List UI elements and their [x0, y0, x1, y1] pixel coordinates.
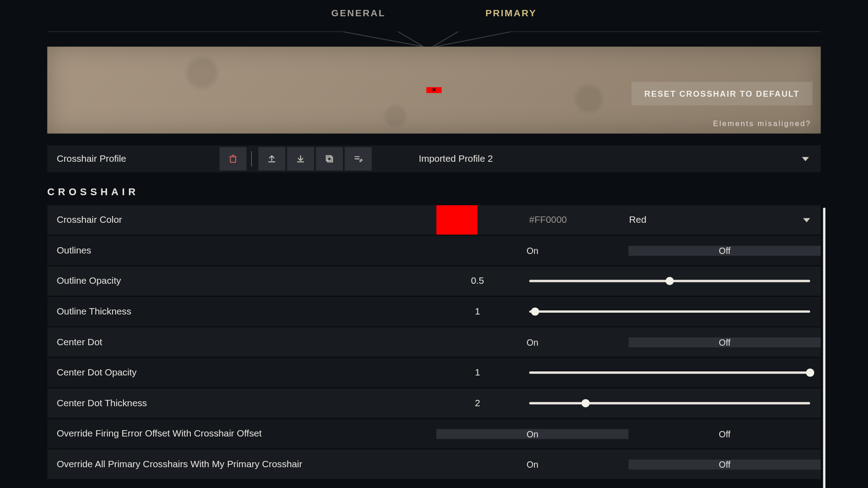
trash-icon: [228, 154, 238, 164]
label-center-dot: Center Dot: [47, 337, 437, 347]
row-outlines: Outlines On Off: [47, 236, 821, 265]
outlines-on[interactable]: On: [436, 245, 628, 255]
tab-primary[interactable]: PRIMARY: [486, 8, 537, 18]
label-center-dot-thickness: Center Dot Thickness: [47, 398, 437, 408]
override-firing-on[interactable]: On: [436, 429, 628, 439]
chevron-down-icon: [802, 157, 809, 161]
outline-opacity-slider[interactable]: [519, 280, 821, 282]
color-swatch[interactable]: [436, 205, 477, 235]
center-dot-on[interactable]: On: [436, 337, 628, 347]
row-outline-thickness: Outline Thickness 1: [47, 297, 821, 326]
row-center-dot-opacity: Center Dot Opacity 1: [47, 358, 821, 387]
settings-scrollbar[interactable]: [823, 207, 826, 488]
label-outline-opacity: Outline Opacity: [47, 276, 437, 286]
outline-thickness-slider[interactable]: [519, 310, 821, 313]
center-dot-thickness-slider[interactable]: [519, 402, 821, 404]
override-firing-off[interactable]: Off: [628, 429, 821, 439]
outlines-off[interactable]: Off: [628, 245, 821, 255]
crosshair-profile-label: Crosshair Profile: [47, 145, 218, 173]
edit-list-icon: [352, 154, 364, 164]
copy-icon: [324, 154, 335, 164]
row-center-dot: Center Dot On Off: [47, 328, 821, 357]
row-override-all: Override All Primary Crosshairs With My …: [47, 450, 821, 479]
reset-crosshair-button[interactable]: RESET CROSSHAIR TO DEFAULT: [632, 82, 812, 105]
delete-profile-button[interactable]: [220, 147, 247, 171]
row-center-dot-thickness: Center Dot Thickness 2: [47, 389, 821, 418]
override-all-off[interactable]: Off: [628, 459, 821, 469]
center-dot-opacity-slider[interactable]: [519, 371, 821, 374]
label-outlines: Outlines: [47, 245, 437, 256]
elements-misaligned-link[interactable]: Elements misaligned?: [713, 119, 811, 127]
center-dot-off[interactable]: Off: [628, 337, 821, 347]
color-hex-input[interactable]: #FF0000: [477, 215, 618, 225]
outline-opacity-value: 0.5: [436, 276, 519, 286]
import-profile-button[interactable]: [287, 147, 314, 171]
override-all-on[interactable]: On: [436, 459, 628, 469]
row-override-firing: Override Firing Error Offset With Crossh…: [47, 419, 821, 448]
row-crosshair-color: Crosshair Color #FF0000 Red: [47, 205, 821, 235]
chevron-down-icon: [803, 218, 810, 222]
export-profile-button[interactable]: [258, 147, 285, 171]
center-dot-opacity-value: 1: [436, 367, 519, 378]
profile-select-value: Imported Profile 2: [419, 154, 493, 164]
label-outline-thickness: Outline Thickness: [47, 306, 437, 317]
svg-rect-6: [231, 157, 236, 163]
crosshair-preview-icon: ✕: [426, 87, 442, 93]
download-icon: [295, 154, 306, 164]
divider: [251, 151, 252, 167]
crosshair-preview-panel: ✕ RESET CROSSHAIR TO DEFAULT Elements mi…: [47, 47, 821, 133]
svg-rect-9: [328, 157, 333, 162]
color-select[interactable]: Red: [618, 215, 821, 225]
outline-thickness-value: 1: [436, 306, 519, 317]
label-override-all: Override All Primary Crosshairs With My …: [47, 459, 437, 469]
section-header-crosshair: CROSSHAIR: [47, 187, 821, 198]
center-dot-thickness-value: 2: [436, 398, 519, 408]
label-center-dot-opacity: Center Dot Opacity: [47, 367, 437, 378]
duplicate-profile-button[interactable]: [316, 147, 343, 171]
tab-general[interactable]: GENERAL: [331, 8, 386, 18]
row-outline-opacity: Outline Opacity 0.5: [47, 266, 821, 296]
upload-icon: [267, 154, 277, 164]
tab-connector-lines: [47, 31, 821, 47]
svg-line-4: [435, 31, 513, 47]
color-select-value: Red: [629, 215, 646, 225]
edit-profile-button[interactable]: [344, 147, 372, 171]
label-crosshair-color: Crosshair Color: [47, 215, 437, 225]
label-override-firing: Override Firing Error Offset With Crossh…: [47, 428, 437, 439]
svg-rect-10: [326, 156, 331, 161]
crosshair-profile-row: Crosshair Profile Imported Profile 2: [47, 145, 821, 173]
profile-select[interactable]: Imported Profile 2: [407, 145, 821, 173]
